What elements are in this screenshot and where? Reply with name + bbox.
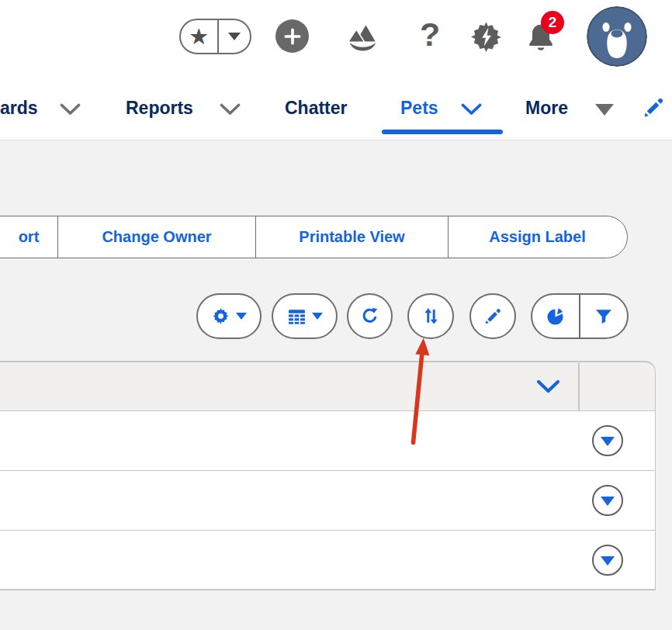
row-actions-button[interactable] bbox=[592, 485, 623, 516]
triangle-down-icon bbox=[601, 556, 615, 566]
column-divider bbox=[578, 363, 580, 410]
table-row[interactable] bbox=[0, 411, 656, 471]
caret-down-icon bbox=[312, 313, 323, 320]
chevron-down-icon[interactable] bbox=[220, 103, 241, 116]
chevron-down-icon[interactable] bbox=[461, 103, 482, 116]
triangle-down-icon[interactable] bbox=[595, 104, 614, 116]
caret-down-icon bbox=[236, 313, 247, 320]
tab-chatter[interactable]: Chatter bbox=[285, 99, 348, 117]
pie-chart-icon bbox=[546, 306, 566, 327]
notification-count-badge: 2 bbox=[541, 11, 564, 34]
tab-dashboards-partial[interactable]: ards bbox=[0, 99, 38, 117]
table-row[interactable] bbox=[0, 531, 656, 590]
setup-button[interactable] bbox=[469, 19, 504, 54]
favorites-button-group[interactable]: ★ bbox=[179, 19, 251, 54]
row-actions-button[interactable] bbox=[592, 545, 623, 576]
sort-arrows-icon bbox=[421, 306, 442, 327]
inline-edit-button[interactable] bbox=[469, 293, 516, 339]
printable-view-button[interactable]: Printable View bbox=[255, 216, 449, 258]
triangle-down-icon bbox=[601, 437, 615, 446]
gear-icon bbox=[211, 306, 230, 326]
tab-more[interactable]: More bbox=[525, 99, 568, 117]
sort-button[interactable] bbox=[407, 293, 454, 339]
triangle-down-icon bbox=[601, 497, 615, 506]
notifications-button[interactable]: 2 bbox=[525, 21, 565, 60]
import-button-partial[interactable]: ort bbox=[0, 216, 58, 258]
favorites-expand-button[interactable] bbox=[219, 20, 250, 53]
help-button[interactable]: ? bbox=[420, 18, 440, 51]
table-icon bbox=[287, 306, 307, 326]
refresh-button[interactable] bbox=[347, 293, 393, 339]
table-row[interactable] bbox=[0, 471, 656, 531]
column-sort-chevron-icon[interactable] bbox=[536, 379, 560, 394]
favorites-star-icon[interactable]: ★ bbox=[181, 20, 219, 53]
tab-pets-active[interactable]: Pets bbox=[400, 99, 438, 117]
edit-nav-button[interactable] bbox=[641, 95, 666, 120]
tab-reports[interactable]: Reports bbox=[126, 99, 193, 117]
koala-avatar-icon bbox=[587, 6, 647, 67]
pencil-icon bbox=[641, 95, 666, 120]
setup-gear-icon bbox=[469, 19, 504, 54]
assign-label-button[interactable]: Assign Label bbox=[448, 216, 628, 258]
list-action-button-group: ort Change Owner Printable View Assign L… bbox=[0, 216, 628, 258]
plus-icon bbox=[282, 26, 303, 47]
charts-filter-button-group bbox=[531, 293, 629, 339]
tab-navigation-bar: ards Reports Chatter Pets More bbox=[0, 78, 672, 140]
display-as-table-button[interactable] bbox=[272, 293, 338, 339]
user-avatar[interactable] bbox=[587, 6, 647, 67]
list-view-settings-button[interactable] bbox=[196, 293, 262, 339]
trailhead-button[interactable] bbox=[345, 19, 381, 55]
table-body bbox=[0, 411, 656, 590]
filter-button[interactable] bbox=[580, 306, 627, 327]
app-canvas: ★ ? bbox=[0, 0, 672, 630]
caret-down-icon bbox=[228, 33, 241, 40]
chevron-down-icon[interactable] bbox=[60, 103, 81, 116]
global-header: ★ ? bbox=[0, 0, 672, 78]
active-tab-underline bbox=[382, 130, 503, 134]
filter-funnel-icon bbox=[594, 306, 614, 327]
change-owner-button[interactable]: Change Owner bbox=[57, 216, 257, 258]
refresh-icon bbox=[359, 306, 380, 327]
row-actions-button[interactable] bbox=[592, 425, 623, 456]
show-charts-button[interactable] bbox=[532, 306, 579, 327]
global-add-button[interactable] bbox=[275, 19, 309, 53]
trailhead-icon bbox=[345, 19, 381, 55]
pencil-icon bbox=[483, 306, 503, 327]
table-header-row bbox=[0, 361, 656, 411]
